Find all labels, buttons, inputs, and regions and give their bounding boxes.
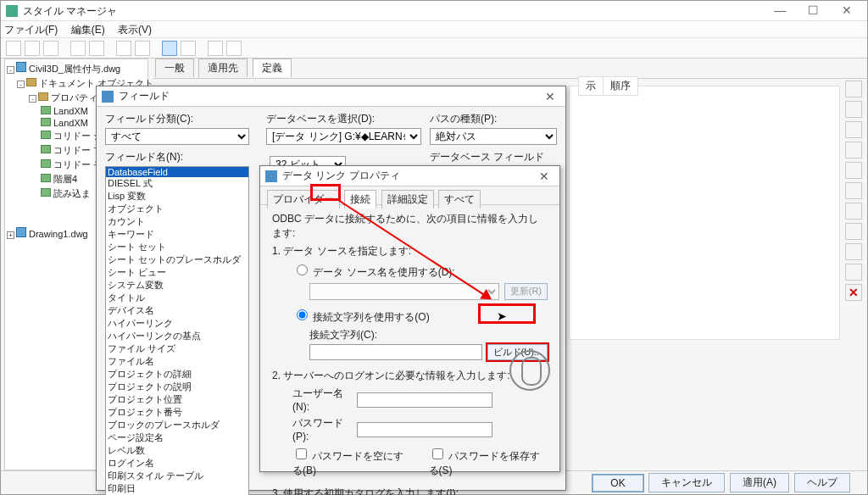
tool-paste[interactable] (70, 41, 86, 56)
field-list-item[interactable]: タイトル (106, 292, 248, 304)
field-list-item[interactable]: ブロックのプレースホルダ (106, 419, 248, 431)
field-list-item[interactable]: 印刷スタイル テーブル (106, 470, 248, 482)
menu-view[interactable]: 表示(V) (118, 24, 152, 36)
field-list-item[interactable]: DatabaseField (106, 167, 248, 177)
tool-purge[interactable] (116, 41, 131, 56)
maximize-icon[interactable]: ☐ (798, 0, 829, 20)
dl-blankpw-check[interactable]: パスワードを空にする(B) (292, 446, 412, 478)
tree-p2[interactable]: LandXM (53, 118, 88, 128)
dl-pass-input[interactable] (357, 422, 492, 437)
dl-dsn-select (309, 283, 499, 300)
dl-savepw-check[interactable]: パスワードを保存する(S) (429, 446, 548, 478)
field-list-item[interactable]: ハイパーリンク (106, 317, 248, 330)
menu-file[interactable]: ファイル(F) (4, 24, 58, 36)
tool-new[interactable] (6, 41, 21, 56)
field-list-item[interactable]: システム変数 (106, 279, 248, 292)
tab-applies[interactable]: 適用先 (198, 58, 248, 77)
field-list-item[interactable]: カウント (106, 215, 248, 228)
ricon-6[interactable] (845, 182, 862, 199)
dl-build-button[interactable]: ビルド(U)... (487, 344, 548, 360)
tool-cut[interactable] (89, 41, 104, 56)
field-list-item[interactable]: オブジェクト (106, 203, 248, 215)
ricon-8[interactable] (845, 223, 862, 240)
ricon-9[interactable] (845, 243, 862, 260)
dltab-advanced[interactable]: 詳細設定 (381, 190, 434, 209)
ricon-10[interactable] (845, 264, 862, 281)
rightbar: ✕ (845, 81, 864, 304)
field-list-item[interactable]: ログイン名 (106, 457, 248, 470)
dltab-connect[interactable]: 接続 (344, 190, 376, 209)
field-list-item[interactable]: Lisp 変数 (106, 190, 248, 203)
datalink-dialog: データ リンク プロパティ ✕ プロバイダー 接続 詳細設定 すべて ODBC … (259, 165, 560, 472)
field-list-item[interactable]: プロジェクトの説明 (106, 381, 248, 393)
field-list-item[interactable]: レベル数 (106, 444, 248, 457)
pathtype-select[interactable]: 絶対パス (430, 128, 557, 145)
field-list-item[interactable]: デバイス名 (106, 304, 248, 317)
field-list-item[interactable]: シート セットのプレースホルダ (106, 253, 248, 266)
ricon-5[interactable] (845, 162, 862, 179)
field-name-label: フィールド名(N): (105, 145, 254, 166)
help-button[interactable]: ヘルプ (794, 473, 850, 492)
app-icon (6, 5, 18, 17)
field-name-list[interactable]: DatabaseFieldDIESEL 式Lisp 変数オブジェクトカウントキー… (105, 166, 249, 495)
tool-copy[interactable] (43, 41, 58, 56)
ricon-4[interactable] (845, 142, 862, 159)
tab-general[interactable]: 一般 (155, 58, 194, 77)
db-select[interactable]: [データ リンク] G:¥◆LEARN※■トレーニ (266, 128, 421, 145)
field-list-item[interactable]: プロジェクト番号 (106, 406, 248, 419)
field-list-item[interactable]: ファイル名 (106, 355, 248, 368)
datalink-dialog-icon (265, 170, 277, 182)
dl-connstr-input[interactable] (309, 344, 482, 360)
field-list-item[interactable]: シート ビュー (106, 266, 248, 279)
tool-open[interactable] (25, 41, 40, 56)
field-list-item[interactable]: ページ設定名 (106, 431, 248, 444)
apply-button[interactable]: 適用(A) (730, 473, 789, 492)
field-list-item[interactable]: DIESEL 式 (106, 177, 248, 190)
field-list-item[interactable]: ファイル サイズ (106, 342, 248, 355)
col-show[interactable]: 示 (579, 77, 604, 96)
tree-p6[interactable]: 階層4 (53, 174, 77, 184)
cancel-button[interactable]: キャンセル (648, 473, 725, 492)
field-list-item[interactable]: プロジェクトの詳細 (106, 368, 248, 381)
close-icon[interactable]: ✕ (832, 0, 862, 20)
dl-radio-connstr[interactable]: 接続文字列を使用する(O) (292, 311, 430, 323)
ok-button[interactable]: OK (593, 475, 643, 492)
menu-edit[interactable]: 編集(E) (71, 24, 105, 36)
db-select-label: データベースを選択(D): (266, 107, 421, 128)
tool-filter[interactable] (162, 41, 177, 56)
field-list-item[interactable]: シート セット (106, 241, 248, 253)
tree-root1[interactable]: Civil3D_属性付与.dwg (29, 64, 120, 74)
tab-definition[interactable]: 定義 (253, 58, 292, 77)
pathtype-label: パスの種類(P): (430, 107, 557, 128)
datalink-dialog-close-icon[interactable]: ✕ (534, 170, 554, 183)
ricon-3[interactable] (845, 121, 862, 138)
field-list-item[interactable]: キーワード (106, 228, 248, 241)
ricon-delete[interactable]: ✕ (845, 284, 862, 301)
dl-pass-label: パスワード(P): (292, 416, 352, 442)
tool-filter2[interactable] (181, 41, 196, 56)
field-list-item[interactable]: プロジェクト位置 (106, 393, 248, 406)
dl-connstr-label: 接続文字列(C): (309, 328, 548, 342)
tool-sync[interactable] (135, 41, 150, 56)
tool-misc2[interactable] (226, 41, 242, 56)
tree-p7[interactable]: 読み込ま (53, 188, 91, 198)
field-dialog-title: フィールド (119, 89, 170, 103)
field-cat-select[interactable]: すべて (105, 128, 249, 145)
tree-p1[interactable]: LandXM (53, 106, 88, 116)
titlebar: スタイル マネージャ — ☐ ✕ (1, 1, 867, 21)
ricon-2[interactable] (845, 101, 862, 118)
dl-radio-dsn[interactable]: データ ソース名を使用する(D): (292, 266, 455, 278)
ricon-1[interactable] (845, 81, 862, 97)
field-list-item[interactable]: 印刷日 (106, 482, 248, 495)
tree-root2[interactable]: Drawing1.dwg (29, 229, 88, 239)
col-order[interactable]: 順序 (604, 77, 638, 96)
field-dialog-close-icon[interactable]: ✕ (540, 90, 560, 103)
ricon-7[interactable] (845, 203, 862, 220)
dltab-provider[interactable]: プロバイダー (267, 190, 340, 209)
dl-user-input[interactable] (357, 392, 492, 408)
minimize-icon[interactable]: — (765, 0, 795, 20)
field-list-item[interactable]: ハイパーリンクの基点 (106, 330, 248, 342)
dltab-all[interactable]: すべて (438, 190, 481, 209)
app-title: スタイル マネージャ (23, 1, 117, 21)
tool-misc1[interactable] (208, 41, 223, 56)
